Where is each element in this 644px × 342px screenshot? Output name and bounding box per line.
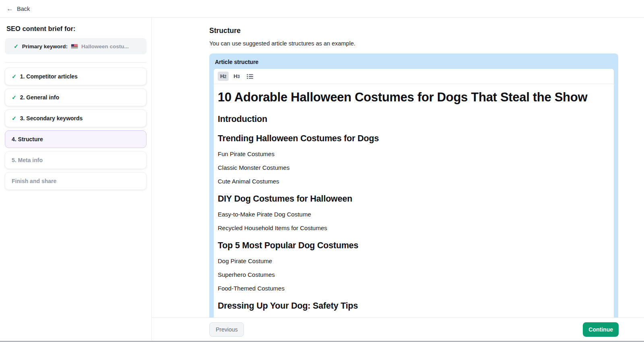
primary-keyword-chip[interactable]: ✓ Primary keyword: Halloween costu...	[5, 38, 147, 54]
h2-button-label: H	[220, 73, 224, 79]
outline-item: Top 5 Most Popular Dog Costumes	[218, 241, 610, 251]
article-h1: 10 Adorable Halloween Costumes for Dogs …	[218, 90, 604, 105]
check-icon: ✓	[12, 95, 17, 100]
seo-content-brief-page: ← Back SEO content brief for: ✓ Primary …	[0, 0, 644, 342]
outline-item: DIY Dog Costumes for Halloween	[218, 194, 610, 204]
sidebar-step-item[interactable]: ✓ 2. General info	[5, 89, 147, 106]
step-list: ✓ 1. Competitor articles ✓ 2. General in…	[5, 68, 147, 190]
step-label: Finish and share	[12, 178, 56, 184]
primary-keyword-value: Halloween costu...	[81, 43, 129, 49]
outline-item: Trending Halloween Costumes for Dogs	[218, 134, 610, 144]
outline-list: Introduction Trending Halloween Costumes…	[218, 114, 610, 317]
sidebar-step-item[interactable]: ✓ Finish and share	[5, 172, 147, 190]
sidebar-step-item[interactable]: ✓ 3. Secondary keywords	[5, 109, 147, 127]
previous-button[interactable]: Previous	[209, 322, 244, 337]
sidebar-divider	[5, 62, 147, 63]
wizard-footer: Previous Continue	[152, 317, 644, 341]
bullet-list-button[interactable]	[245, 72, 255, 81]
step-label: 4. Structure	[12, 136, 43, 142]
outline-item: Easy-to-Make Pirate Dog Costume	[218, 211, 610, 218]
sidebar-step-item[interactable]: ✓ 1. Competitor articles	[5, 68, 147, 85]
check-icon: ✓	[14, 43, 19, 49]
step-label: 5. Meta info	[12, 157, 43, 163]
outline-item: Introduction	[218, 114, 610, 124]
page-title: Structure	[209, 27, 618, 35]
h3-button-sub: 3	[237, 74, 240, 79]
topbar: ← Back	[0, 0, 644, 18]
check-icon: ✓	[12, 74, 17, 79]
step-label: 1. Competitor articles	[20, 73, 78, 80]
outline-item: Food-Themed Costumes	[218, 285, 610, 292]
brief-steps-sidebar: SEO content brief for: ✓ Primary keyword…	[0, 18, 152, 341]
outline-item: Dressing Up Your Dog: Safety Tips	[218, 301, 610, 311]
h3-format-button[interactable]: H3	[231, 72, 242, 81]
us-flag-icon	[71, 44, 78, 49]
article-structure-card: Article structure H2 H3	[209, 54, 618, 317]
article-structure-label: Article structure	[215, 59, 614, 65]
step-label: 3. Secondary keywords	[20, 115, 83, 122]
back-arrow-icon: ←	[6, 5, 13, 12]
check-icon: ✓	[12, 115, 17, 121]
main-content: Structure You can use suggested article …	[152, 18, 644, 341]
h3-button-label: H	[233, 73, 237, 79]
structure-editor[interactable]: H2 H3	[214, 69, 614, 317]
back-button[interactable]: ← Back	[6, 5, 30, 12]
sidebar-step-item[interactable]: ✓ 4. Structure	[5, 130, 147, 148]
back-label: Back	[17, 6, 30, 12]
article-outline: 10 Adorable Halloween Costumes for Dogs …	[214, 84, 614, 317]
outline-item: Fun Pirate Costumes	[218, 150, 610, 157]
bullet-list-icon	[247, 74, 253, 79]
primary-keyword-label: Primary keyword:	[22, 43, 68, 49]
outline-item: Superhero Costumes	[218, 271, 610, 278]
editor-toolbar: H2 H3	[214, 69, 614, 84]
sidebar-step-item[interactable]: ✓ 5. Meta info	[5, 151, 147, 169]
outline-item: Recycled Household Items for Costumes	[218, 225, 610, 231]
h2-format-button[interactable]: H2	[218, 72, 229, 81]
outline-item: Cute Animal Costumes	[218, 178, 610, 185]
structure-step-panel: Structure You can use suggested article …	[152, 18, 644, 317]
continue-button[interactable]: Continue	[583, 322, 619, 337]
outline-item: Dog Pirate Costume	[218, 258, 610, 264]
h2-button-sub: 2	[224, 74, 227, 79]
sidebar-title: SEO content brief for:	[6, 25, 145, 33]
step-label: 2. General info	[20, 94, 59, 101]
page-subtitle: You can use suggested article structures…	[209, 40, 618, 47]
outline-item: Classic Monster Costumes	[218, 164, 610, 171]
